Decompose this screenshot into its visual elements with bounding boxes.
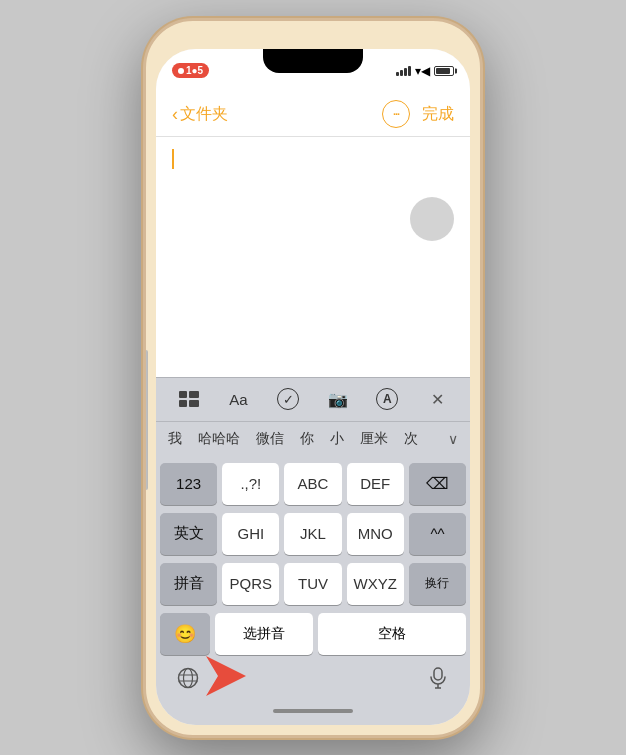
- note-area[interactable]: [156, 137, 470, 377]
- emoji-icon: 😊: [174, 623, 196, 645]
- done-button[interactable]: 完成: [422, 104, 454, 125]
- svg-rect-0: [179, 391, 187, 398]
- nav-right: ··· 完成: [382, 100, 454, 128]
- key-space[interactable]: 空格: [318, 613, 466, 655]
- key-emoji[interactable]: 😊: [160, 613, 210, 655]
- key-abc[interactable]: ABC: [284, 463, 341, 505]
- camera-button[interactable]: 📷: [322, 383, 354, 415]
- nav-back[interactable]: ‹ 文件夹: [172, 104, 228, 125]
- check-button[interactable]: ✓: [272, 383, 304, 415]
- phone-frame: 1●5 ▾◀ ‹ 文件夹 ···: [143, 18, 483, 738]
- nav-bar: ‹ 文件夹 ··· 完成: [156, 93, 470, 137]
- svg-rect-2: [179, 400, 187, 407]
- close-button[interactable]: ✕: [421, 383, 453, 415]
- key-def[interactable]: DEF: [347, 463, 404, 505]
- nav-back-label: 文件夹: [180, 104, 228, 125]
- notch: [263, 49, 363, 73]
- status-right: ▾◀: [396, 64, 454, 78]
- signal-icon: [396, 66, 411, 76]
- suggestion-expand-icon[interactable]: ∨: [448, 431, 458, 447]
- key-return[interactable]: 换行: [409, 563, 466, 605]
- suggestion-5[interactable]: 厘米: [360, 430, 388, 448]
- check-circle-icon: ✓: [277, 388, 299, 410]
- key-english[interactable]: 英文: [160, 513, 217, 555]
- delete-icon: ⌫: [426, 474, 449, 493]
- key-select-pinyin[interactable]: 选拼音: [215, 613, 313, 655]
- svg-point-5: [184, 668, 193, 687]
- grid-icon[interactable]: [173, 383, 205, 415]
- suggestion-4[interactable]: 小: [330, 430, 344, 448]
- svg-rect-1: [189, 391, 199, 398]
- svg-point-4: [179, 668, 198, 687]
- key-pqrs[interactable]: PQRS: [222, 563, 279, 605]
- key-mno[interactable]: MNO: [347, 513, 404, 555]
- camera-icon: 📷: [328, 390, 348, 409]
- svg-rect-3: [189, 400, 199, 407]
- mic-button[interactable]: [416, 663, 460, 693]
- a-circle-icon: A: [376, 388, 398, 410]
- record-badge: 1●5: [172, 63, 209, 78]
- svg-rect-8: [434, 668, 442, 680]
- key-jkl[interactable]: JKL: [284, 513, 341, 555]
- record-dot: [178, 68, 184, 74]
- keyboard-utility-row: [160, 659, 466, 693]
- pencil-decoration: [143, 350, 148, 490]
- more-button[interactable]: ···: [382, 100, 410, 128]
- keyboard-row-1: 123 .,?! ABC DEF ⌫: [160, 463, 466, 505]
- keyboard-row-3: 拼音 PQRS TUV WXYZ 换行: [160, 563, 466, 605]
- keyboard-row-4: 😊 选拼音 空格: [160, 613, 466, 655]
- home-area: [156, 697, 470, 725]
- phone-screen: 1●5 ▾◀ ‹ 文件夹 ···: [156, 49, 470, 725]
- battery-icon: [434, 66, 454, 76]
- key-punct[interactable]: .,?!: [222, 463, 279, 505]
- key-wxyz[interactable]: WXYZ: [347, 563, 404, 605]
- key-123[interactable]: 123: [160, 463, 217, 505]
- suggestion-6[interactable]: 次: [404, 430, 418, 448]
- keyboard: 123 .,?! ABC DEF ⌫ 英文: [156, 457, 470, 697]
- suggestion-bar: 我 哈哈哈 微信 你 小 厘米 次 ∨: [156, 421, 470, 457]
- suggestion-2[interactable]: 微信: [256, 430, 284, 448]
- text-cursor: [172, 149, 174, 169]
- key-pinyin[interactable]: 拼音: [160, 563, 217, 605]
- keyboard-row-2: 英文 GHI JKL MNO ^^: [160, 513, 466, 555]
- key-delete[interactable]: ⌫: [409, 463, 466, 505]
- key-ghi[interactable]: GHI: [222, 513, 279, 555]
- status-left: 1●5: [172, 63, 209, 78]
- wifi-icon: ▾◀: [415, 64, 430, 78]
- suggestion-0[interactable]: 我: [168, 430, 182, 448]
- globe-button[interactable]: [166, 663, 210, 693]
- floating-button[interactable]: [410, 197, 454, 241]
- aa-button[interactable]: Aa: [222, 383, 254, 415]
- home-indicator: [273, 709, 353, 713]
- key-shift[interactable]: ^^: [409, 513, 466, 555]
- back-chevron-icon: ‹: [172, 104, 178, 125]
- a-circle-button[interactable]: A: [371, 383, 403, 415]
- suggestion-1[interactable]: 哈哈哈: [198, 430, 240, 448]
- toolbar: Aa ✓ 📷 A ✕: [156, 377, 470, 421]
- suggestion-3[interactable]: 你: [300, 430, 314, 448]
- key-tuv[interactable]: TUV: [284, 563, 341, 605]
